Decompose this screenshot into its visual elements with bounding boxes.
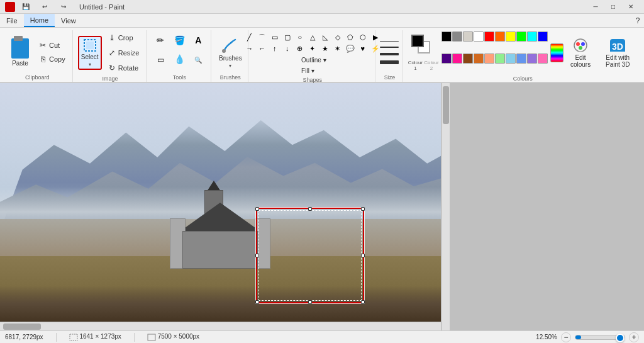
menu-view[interactable]: View — [55, 14, 82, 27]
colour-1-box[interactable] — [411, 35, 424, 47]
select-button[interactable]: Select ▾ — [78, 36, 102, 70]
shape-pentagon[interactable]: ⬠ — [345, 31, 356, 43]
shape-star4[interactable]: ✦ — [307, 43, 318, 54]
colour-swatch[interactable] — [506, 31, 516, 42]
colour-swatch[interactable] — [474, 31, 484, 42]
svg-point-4 — [576, 42, 580, 46]
horizontal-scrollbar[interactable] — [0, 322, 450, 330]
menu-home[interactable]: Home — [24, 14, 55, 27]
status-coords: 6817, 2729px — [5, 334, 43, 340]
shape-arrow-up[interactable]: ↑ — [269, 43, 280, 54]
quick-save-btn[interactable]: 💾 — [18, 1, 34, 13]
ribbon-colours-group: Colour 1 Colour 2 Edit colours — [404, 30, 641, 82]
paste-button[interactable]: Paste — [6, 34, 34, 70]
colour-1-label: Colour 1 — [408, 60, 423, 71]
resize-button[interactable]: Resize — [104, 47, 143, 59]
copy-button[interactable]: Copy — [35, 53, 69, 65]
magnify-btn[interactable] — [189, 50, 207, 68]
shape-right-triangle[interactable]: ◺ — [319, 31, 331, 43]
colour-swatch[interactable] — [495, 31, 505, 42]
shape-arrow-down[interactable]: ↓ — [282, 43, 293, 54]
colour-swatch[interactable] — [441, 31, 452, 42]
shape-arrow-4way[interactable]: ⊕ — [294, 43, 306, 54]
shape-rounded-rect[interactable]: ▢ — [282, 31, 293, 43]
fill-tool-btn[interactable]: 🪣 — [170, 31, 188, 49]
zoom-thumb[interactable] — [616, 334, 625, 342]
maximize-btn[interactable]: □ — [605, 1, 621, 13]
colour-swatch[interactable] — [484, 53, 494, 64]
crop-icon — [108, 33, 116, 42]
shape-ellipse[interactable]: ○ — [294, 31, 306, 43]
colour-swatch[interactable] — [516, 31, 526, 42]
close-btn[interactable]: ✕ — [623, 1, 639, 13]
scroll-thumb-vertical[interactable] — [443, 86, 449, 124]
shape-hexagon[interactable]: ⬡ — [357, 31, 369, 43]
shape-heart[interactable]: ♥ — [357, 43, 369, 54]
edit-paint3d-button[interactable]: 3D Edit with Paint 3D — [597, 35, 638, 71]
edit-paint3d-label: Edit with Paint 3D — [602, 54, 633, 68]
colour-swatch[interactable] — [484, 31, 494, 42]
colour-swatch[interactable] — [452, 31, 462, 42]
clipboard-sub-buttons: Cut Copy — [35, 39, 69, 65]
colour-spectrum[interactable] — [550, 43, 564, 62]
quick-redo-btn[interactable]: ↪ — [55, 1, 72, 13]
size-3-btn[interactable] — [379, 52, 400, 57]
zoom-percent: 12.50% — [536, 334, 557, 340]
eraser-tool-btn[interactable] — [152, 50, 169, 68]
colour-swatch[interactable] — [516, 53, 526, 64]
size-4-btn[interactable] — [379, 59, 400, 65]
colour-swatch[interactable] — [452, 53, 462, 64]
shape-star5[interactable]: ★ — [319, 43, 331, 54]
eraser-icon — [157, 54, 164, 64]
shape-curve[interactable]: ⌒ — [257, 31, 268, 43]
brushes-button[interactable]: Brushes ▾ — [216, 35, 244, 69]
colour-swatch[interactable] — [463, 53, 473, 64]
colour-swatch[interactable] — [538, 31, 548, 42]
edit-colours-button[interactable]: Edit colours — [566, 35, 596, 71]
shape-rect[interactable]: ▭ — [269, 31, 280, 43]
shapes-content: ╱ ⌒ ▭ ▢ ○ △ ◺ ◇ ⬠ ⬡ ▶ → ← ↑ ↓ ⊕ — [253, 31, 371, 76]
zoom-bar[interactable] — [575, 335, 625, 340]
crop-button[interactable]: Crop — [104, 31, 143, 44]
colour-swatch[interactable] — [527, 31, 537, 42]
brushes-icon — [221, 36, 239, 53]
color-picker-btn[interactable]: 💧 — [170, 50, 188, 68]
shape-diamond[interactable]: ◇ — [332, 31, 343, 43]
size-2-btn[interactable] — [379, 45, 400, 49]
shape-triangle[interactable]: △ — [307, 31, 318, 43]
shape-arrow-right[interactable]: → — [244, 43, 255, 54]
colour-swatch[interactable] — [506, 53, 516, 64]
menu-file[interactable]: File — [0, 14, 24, 27]
outline-button[interactable]: Outline ▾ — [298, 55, 329, 65]
landscape[interactable] — [0, 83, 450, 330]
magnify-icon — [194, 54, 202, 64]
quick-undo-btn[interactable]: ↩ — [36, 1, 53, 13]
zoom-plus-btn[interactable]: + — [629, 332, 639, 342]
paste-label: Paste — [12, 60, 28, 67]
scroll-thumb-horizontal[interactable] — [3, 323, 41, 330]
minimize-btn[interactable]: ─ — [587, 1, 604, 13]
rotate-button[interactable]: Rotate — [104, 62, 143, 74]
fill-button[interactable]: Fill ▾ — [298, 66, 329, 76]
svg-rect-1 — [86, 42, 94, 49]
zoom-minus-btn[interactable]: − — [561, 332, 571, 342]
colour-swatch[interactable] — [527, 53, 537, 64]
colour-swatch[interactable] — [495, 53, 505, 64]
pencil-tool-btn[interactable] — [152, 31, 169, 49]
colour-swatch[interactable] — [538, 53, 548, 64]
size-1-btn[interactable] — [379, 40, 400, 43]
shape-line[interactable]: ╱ — [244, 31, 255, 43]
colour-swatch[interactable] — [474, 53, 484, 64]
vertical-scrollbar[interactable] — [441, 83, 450, 330]
shape-star6[interactable]: ✶ — [332, 43, 343, 54]
help-btn[interactable]: ? — [631, 15, 644, 26]
colour-swatch[interactable] — [441, 53, 452, 64]
shape-arrow-left[interactable]: ← — [257, 43, 268, 54]
resize-label: Resize — [118, 49, 140, 57]
colour-swatch[interactable] — [463, 31, 473, 42]
shape-speech[interactable]: 💬 — [345, 43, 356, 54]
text-tool-btn[interactable] — [189, 31, 207, 49]
copy-label: Copy — [49, 55, 65, 63]
cut-button[interactable]: Cut — [35, 39, 69, 52]
image-group-label: Image — [78, 74, 143, 82]
